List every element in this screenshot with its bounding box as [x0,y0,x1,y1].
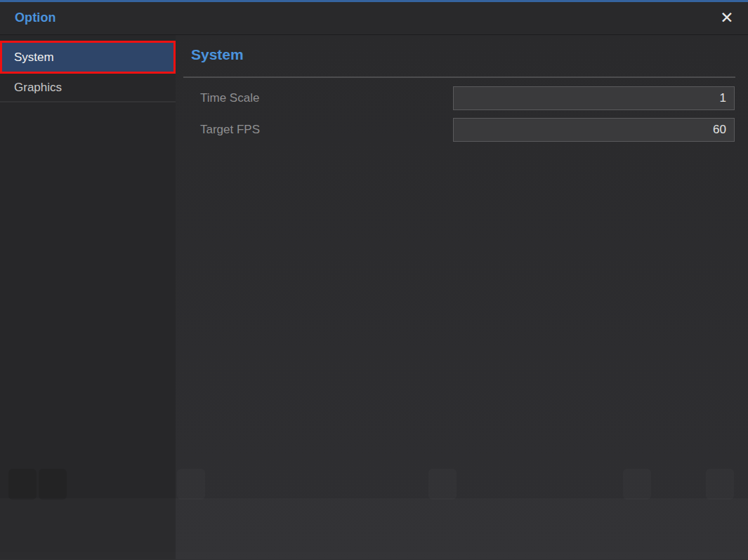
time-scale-input[interactable] [453,86,735,110]
time-scale-label: Time Scale [176,91,453,105]
panel-heading: System [191,45,748,65]
target-fps-label: Target FPS [176,123,453,137]
sidebar: System Graphics [0,35,176,559]
setting-row-target-fps: Target FPS [176,118,748,142]
settings-form: Time Scale Target FPS [176,86,748,142]
target-fps-input[interactable] [453,118,735,142]
titlebar: Option ✕ [0,0,748,35]
dialog-body: System Graphics System Time Scale Target… [0,35,748,559]
option-dialog: Option ✕ System Graphics System Time Sca… [0,0,748,560]
window-top-accent [0,0,748,2]
heading-separator [183,76,735,78]
sidebar-item-graphics-label: Graphics [14,81,62,95]
setting-row-time-scale: Time Scale [176,86,748,110]
sidebar-item-graphics[interactable]: Graphics [0,74,176,102]
close-icon[interactable]: ✕ [711,1,742,34]
window-title: Option [15,9,56,25]
settings-panel: System Time Scale Target FPS [176,35,748,559]
sidebar-item-system[interactable]: System [0,41,176,74]
sidebar-item-system-label: System [14,51,54,65]
